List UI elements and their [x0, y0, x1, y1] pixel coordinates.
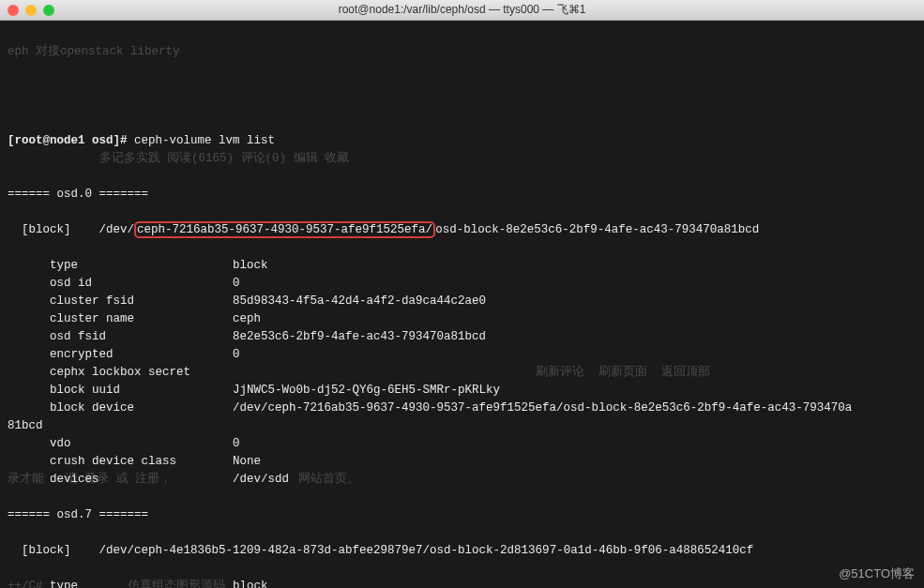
row-value: 85d98343-4f5a-42d4-a4f2-da9ca44c2ae0	[233, 294, 486, 308]
terminal-output: [root@node1 osd]# ceph-volume lvm list =…	[8, 114, 916, 588]
window-titlebar: root@node1:/var/lib/ceph/osd — ttys000 —…	[0, 0, 924, 21]
row-label: block uuid	[50, 384, 120, 397]
block-path-prefix: /dev/	[99, 223, 135, 236]
row-value: 8e2e53c6-2bf9-4afe-ac43-793470a81bcd	[233, 330, 486, 343]
row-value: ceph	[233, 312, 261, 325]
row-label: osd id	[50, 277, 92, 290]
osd0-header: ====== osd.0 =======	[8, 188, 148, 201]
close-icon[interactable]	[8, 5, 19, 16]
row-label: cephx lockbox secret	[50, 366, 190, 379]
maximize-icon[interactable]	[43, 5, 54, 16]
row-value: block	[233, 580, 268, 588]
row-value-wrap: 81bcd	[8, 419, 43, 432]
row-label: type	[50, 580, 78, 588]
block-path-suffix: osd-block-8e2e53c6-2bf9-4afe-ac43-793470…	[435, 223, 759, 236]
row-label: vdo	[50, 437, 71, 450]
row-value: block	[233, 259, 268, 272]
row-value: /dev/sdd	[233, 473, 289, 486]
minimize-icon[interactable]	[25, 5, 37, 16]
command-text: ceph-volume lvm list	[134, 134, 275, 147]
row-label: devices	[50, 473, 99, 486]
highlighted-vg-name: ceph-7216ab35-9637-4930-9537-afe9f1525ef…	[134, 221, 435, 238]
block-label: [block]	[22, 223, 71, 236]
block-path: /dev/ceph-4e1836b5-1209-482a-873d-abfee2…	[99, 544, 754, 557]
row-value: None	[233, 455, 261, 468]
row-label: encrypted	[50, 348, 114, 361]
row-label: crush device class	[50, 455, 176, 468]
row-value: 0	[233, 348, 240, 361]
watermark: @51CTO博客	[839, 565, 915, 582]
terminal-content[interactable]: eph 对接openstack liberty 多记多实践 阅读(6165) 评…	[0, 21, 924, 588]
row-label: cluster fsid	[50, 294, 134, 308]
row-value: /dev/ceph-7216ab35-9637-4930-9537-afe9f1…	[233, 401, 852, 415]
window-title: root@node1:/var/lib/ceph/osd — ttys000 —…	[339, 2, 586, 18]
block-label: [block]	[22, 544, 71, 557]
osd7-header: ====== osd.7 =======	[8, 508, 148, 521]
row-label: type	[50, 259, 78, 272]
shell-prompt: [root@node1 osd]#	[8, 134, 128, 147]
row-label: block device	[50, 401, 134, 415]
traffic-lights	[8, 5, 54, 16]
row-label: cluster name	[50, 312, 134, 325]
row-value: 0	[233, 437, 240, 450]
row-label: osd fsid	[50, 330, 106, 343]
row-value: JjNWC5-Wo0b-dj52-QY6g-6EH5-SMRr-pKRLky	[233, 384, 500, 397]
row-value: 0	[233, 277, 240, 290]
